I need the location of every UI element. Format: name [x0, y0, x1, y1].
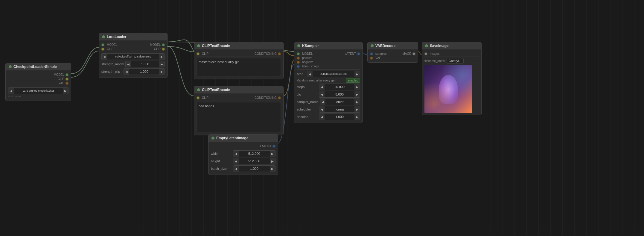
ksampler-positive-label: positive [301, 56, 360, 60]
ckpt-name-prev[interactable]: ◀ [8, 88, 14, 94]
width-row: width ◀ 512.000 ▶ [211, 150, 275, 157]
checkpoint-loader-header: CheckpointLoaderSimple [6, 63, 71, 70]
lora-name-value: epiNoiseoffset_v2.safetensors [107, 55, 159, 59]
width-stepper[interactable]: ◀ 512.000 ▶ [233, 150, 275, 157]
save-image-images-in[interactable] [424, 52, 427, 55]
denoise-inc[interactable]: ▶ [354, 114, 360, 120]
vae-output-connector[interactable] [66, 82, 68, 85]
output-image-container [424, 65, 479, 113]
height-value: 512.000 [239, 159, 270, 164]
latent-out-connector[interactable] [272, 145, 275, 148]
clip-encode-positive-dot [197, 44, 200, 47]
sampler-name-inc[interactable]: ▶ [354, 99, 360, 105]
scheduler-label: scheduler [297, 108, 318, 111]
steps-row: steps ◀ 20.000 ▶ [297, 84, 360, 90]
ckpt-name-label: ckpt_name [8, 95, 21, 98]
ksampler-positive-in[interactable] [297, 57, 300, 60]
save-image-images-row: images [424, 52, 479, 55]
ckpt-name-stepper[interactable]: ◀ v1-5-pruned-emaonly.ckpt ▶ [8, 87, 68, 94]
strength-model-stepper[interactable]: ◀ 1.000 ▶ [125, 61, 165, 67]
scheduler-stepper[interactable]: ◀ normal ▶ [319, 106, 360, 113]
vae-decode-samples-in[interactable] [370, 52, 373, 55]
clip-encode-neg-clip-label: CLIP [201, 96, 239, 99]
steps-stepper[interactable]: ◀ 20.000 ▶ [319, 84, 360, 90]
clip-encode-pos-cond-out[interactable] [278, 52, 281, 55]
sampler-name-row: sampler_name ◀ euler ▶ [297, 99, 360, 105]
filename-prefix-value[interactable]: ComfyUI [447, 58, 464, 63]
strength-clip-label: strength_clip [101, 70, 122, 73]
batch-size-inc[interactable]: ▶ [270, 166, 275, 172]
strength-clip-value: 1.000 [129, 69, 159, 74]
clip-encode-pos-clip-in[interactable] [197, 52, 200, 55]
lora-name-stepper[interactable]: ◀ epiNoiseoffset_v2.safetensors ▶ [101, 53, 165, 60]
scheduler-dec[interactable]: ◀ [319, 106, 325, 112]
denoise-dec[interactable]: ◀ [319, 114, 325, 120]
batch-size-stepper[interactable]: ◀ 1.000 ▶ [233, 165, 275, 172]
strength-clip-stepper[interactable]: ◀ 1.000 ▶ [124, 68, 165, 75]
denoise-label: denoise [297, 115, 318, 119]
cfg-inc[interactable]: ▶ [354, 91, 360, 97]
lora-name-prev[interactable]: ◀ [102, 54, 107, 60]
cfg-dec[interactable]: ◀ [319, 91, 325, 97]
clip-encode-neg-cond-out[interactable] [278, 96, 281, 99]
clip-encode-pos-clip-row: CLIP CONDITIONING [197, 52, 281, 55]
clip-output-connector[interactable] [66, 78, 68, 81]
steps-inc[interactable]: ▶ [354, 84, 360, 90]
ksampler-negative-in[interactable] [297, 61, 300, 64]
lora-clip-in-label: CLIP [106, 47, 133, 51]
strength-clip-inc[interactable]: ▶ [159, 69, 165, 75]
height-row: height ◀ 512.000 ▶ [211, 158, 275, 164]
lora-name-next[interactable]: ▶ [159, 54, 165, 60]
width-dec[interactable]: ◀ [233, 151, 239, 157]
strength-model-dec[interactable]: ◀ [126, 61, 131, 67]
random-seed-badge[interactable]: enabled [346, 78, 360, 83]
strength-clip-dec[interactable]: ◀ [124, 69, 129, 75]
vae-decode-image-out[interactable] [412, 52, 415, 55]
lora-model-out-connector[interactable] [162, 43, 165, 46]
ksampler-model-in[interactable] [297, 52, 300, 55]
seed-inc[interactable]: ▶ [354, 71, 360, 77]
clip-encode-negative-title: CLIPTextEncode [202, 88, 230, 92]
steps-dec[interactable]: ◀ [319, 84, 325, 90]
scheduler-value: normal [325, 107, 354, 112]
lora-model-in-label: MODEL [106, 43, 133, 46]
clip-encode-neg-clip-in[interactable] [197, 96, 200, 99]
clip-encode-neg-clip-row: CLIP CONDITIONING [197, 96, 281, 99]
model-output-label: MODEL [8, 73, 64, 76]
positive-prompt-text[interactable]: masterpiece best quality girl [197, 58, 281, 76]
ksampler-header: KSampler [294, 42, 363, 49]
width-inc[interactable]: ▶ [270, 151, 275, 157]
sampler-name-stepper[interactable]: ◀ euler ▶ [320, 99, 360, 105]
clip-output-label: CLIP [8, 77, 64, 81]
lora-clip-out-connector[interactable] [162, 48, 165, 51]
vae-decode-header: VAEDecode [368, 42, 418, 49]
seed-dec[interactable]: ◀ [307, 71, 313, 77]
vae-decode-title: VAEDecode [375, 44, 395, 48]
negative-prompt-text[interactable]: bad hands [197, 102, 281, 132]
empty-latent-image-node: EmptyLatentImage LATENT width ◀ 512.000 … [208, 134, 278, 175]
ksampler-negative-row: negative [297, 60, 360, 64]
lora-clip-in-connector[interactable] [101, 48, 104, 51]
vae-output-row: VAE [8, 81, 68, 85]
strength-clip-row: strength_clip ◀ 1.000 ▶ [101, 68, 165, 75]
ksampler-latent-label: latent_image [301, 65, 360, 68]
sampler-name-dec[interactable]: ◀ [320, 99, 325, 105]
empty-latent-dot [211, 137, 214, 140]
denoise-stepper[interactable]: ◀ 1.000 ▶ [319, 114, 360, 120]
ksampler-latent-out[interactable] [357, 52, 360, 55]
model-output-connector[interactable] [66, 73, 68, 76]
cfg-stepper[interactable]: ◀ 8.000 ▶ [319, 91, 360, 98]
vae-decode-vae-in[interactable] [370, 57, 373, 60]
vae-decode-vae-label: VAE [374, 56, 415, 60]
batch-size-dec[interactable]: ◀ [233, 166, 239, 172]
height-dec[interactable]: ◀ [233, 158, 239, 164]
height-inc[interactable]: ▶ [270, 158, 275, 164]
strength-model-inc[interactable]: ▶ [159, 61, 165, 67]
height-stepper[interactable]: ◀ 512.000 ▶ [233, 158, 275, 164]
ckpt-name-next[interactable]: ▶ [63, 88, 68, 94]
scheduler-inc[interactable]: ▶ [354, 106, 360, 112]
ksampler-latent-in[interactable] [297, 65, 300, 68]
lora-model-in-connector[interactable] [101, 43, 104, 46]
seed-stepper[interactable]: ◀ 851616030078638.000 ▶ [307, 71, 360, 77]
save-image-node: SaveImage images filename_prefix ComfyUI [422, 42, 482, 115]
